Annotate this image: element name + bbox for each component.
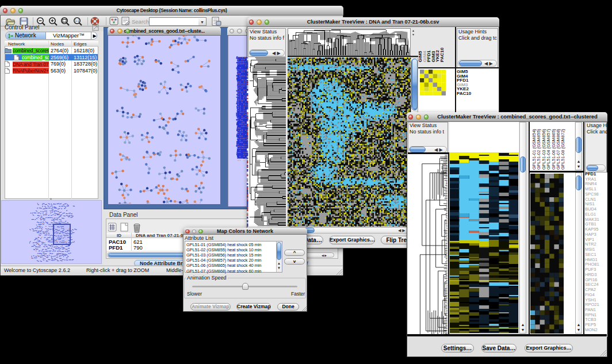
svg-text:1:1: 1:1	[75, 19, 79, 22]
